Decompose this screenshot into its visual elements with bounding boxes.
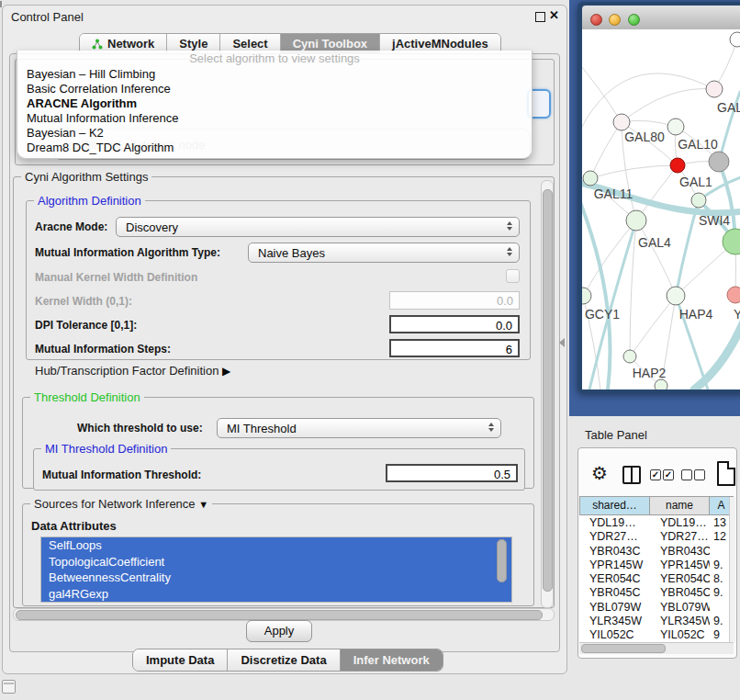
list-scrollbar-thumb[interactable] (497, 539, 507, 582)
kernel-width-field[interactable]: 0.0 (389, 291, 520, 310)
table-horizontal-scrollbar-thumb[interactable] (581, 644, 666, 653)
data-attributes-list[interactable]: SelfLoopsTopologicalCoefficientBetweenne… (40, 536, 512, 603)
apply-button[interactable]: Apply (246, 620, 312, 642)
checked-checkbox-icon[interactable]: ✓ (663, 469, 674, 480)
close-icon[interactable]: ✕ (549, 8, 559, 22)
network-node-gal11[interactable] (583, 171, 598, 186)
network-edge[interactable] (582, 61, 622, 122)
network-edge[interactable] (636, 220, 676, 296)
table-vertical-scrollbar[interactable] (729, 497, 735, 642)
tab-infer-network[interactable]: Infer Network (341, 649, 443, 671)
hub-definition-label: Hub/Transcription Factor Definition (35, 364, 219, 378)
float-window-icon[interactable] (535, 12, 545, 22)
table-cell: YPR145W (650, 559, 710, 572)
hub-definition-toggle[interactable]: Hub/Transcription Factor Definition ▶ (35, 364, 230, 378)
table-row[interactable]: YLR345WYLR345W9. (579, 615, 734, 628)
splitter-collapse-arrow[interactable] (559, 338, 565, 347)
table-row[interactable]: YBL079WYBL079W (579, 601, 734, 615)
table-cell: YBR043C (650, 545, 710, 559)
network-edge[interactable] (590, 122, 622, 178)
table-row[interactable]: YDR27…YDR27…12 (579, 530, 734, 544)
attribute-list-item[interactable]: BetweennessCentrality (41, 570, 511, 586)
algorithm-dropdown-popup: Select algorithm to view settings Bayesi… (17, 51, 533, 159)
algorithm-definition-title: Algorithm Definition (34, 194, 145, 208)
algorithm-option[interactable]: Basic Correlation Inference (17, 82, 532, 96)
table-row[interactable]: YBR043CYBR043C (579, 545, 734, 559)
table-row[interactable]: YDL19…YDL19…13 (579, 516, 734, 530)
table-row[interactable]: YIL052CYIL052C9 (579, 628, 734, 642)
dpi-tolerance-field[interactable]: 0.0 (389, 315, 520, 333)
table-row[interactable]: YPR145WYPR145W9. (579, 559, 734, 572)
table-row[interactable]: YBR045CYBR045C9. (579, 586, 734, 600)
network-edge[interactable] (622, 88, 714, 122)
network-node-bottom-partial[interactable] (655, 379, 667, 390)
network-node-gcy1[interactable] (582, 288, 591, 304)
column-manager-icon[interactable] (622, 466, 641, 484)
network-node-gal80[interactable] (613, 114, 630, 130)
close-traffic-light-icon[interactable] (590, 14, 602, 26)
algorithm-option[interactable]: Dream8 DC_TDC Algorithm (17, 141, 532, 155)
network-node-gal7[interactable] (706, 81, 723, 97)
settings-horizontal-scrollbar-thumb[interactable] (16, 610, 543, 620)
document-icon[interactable] (717, 461, 735, 486)
network-node-gal10[interactable] (667, 119, 684, 135)
attribute-list-item[interactable]: gal4RGexp (41, 586, 511, 603)
mi-steps-field[interactable]: 6 (389, 339, 520, 357)
network-edge[interactable] (676, 200, 699, 296)
network-edge[interactable] (590, 165, 678, 178)
network-node-swi4[interactable] (691, 193, 706, 208)
network-node-hap2[interactable] (623, 350, 636, 363)
network-node-hap4[interactable] (667, 287, 685, 305)
unchecked-checkbox-icon[interactable] (681, 469, 692, 480)
screen-edge-artifact (0, 1, 2, 7)
mi-steps-label: Mutual Information Steps: (35, 343, 171, 356)
mi-threshold-field[interactable]: 0.5 (386, 464, 518, 482)
column-header-name[interactable]: name (650, 496, 710, 515)
table-cell: YBR045C (579, 586, 650, 600)
which-threshold-label: Which threshold to use: (77, 422, 203, 435)
column-header-shared-name[interactable]: shared… (579, 496, 650, 515)
settings-vertical-scrollbar-thumb[interactable] (543, 189, 553, 592)
network-canvas[interactable]: GAL7GAL80GAL10GAL1SWI4GAL11GAL4GCY1HAP4Y… (582, 29, 740, 390)
tab-discretize-data[interactable]: Discretize Data (228, 649, 340, 671)
attribute-list-item[interactable]: TopologicalCoefficient (41, 554, 511, 570)
mi-algorithm-type-select[interactable]: Naive Bayes (248, 243, 520, 263)
table-cell: YBR045C (650, 586, 710, 600)
network-node-gal4[interactable] (626, 210, 646, 231)
network-node-top-partial[interactable] (730, 32, 740, 47)
algorithm-option[interactable]: Bayesian – K2 (17, 126, 532, 141)
algorithm-option[interactable]: ARACNE Algorithm (17, 96, 532, 111)
aracne-mode-value: Discovery (126, 220, 178, 234)
table-cell: YLR345W (650, 615, 710, 628)
zoom-traffic-light-icon[interactable] (628, 14, 640, 26)
table-row[interactable]: YER054CYER054C8. (579, 572, 734, 586)
gear-icon[interactable]: ⚙ (591, 463, 608, 483)
aracne-mode-select[interactable]: Discovery (116, 217, 520, 237)
kernel-width-label: Kernel Width (0,1): (35, 295, 132, 308)
unchecked-checkbox-icon[interactable] (694, 469, 705, 480)
control-panel-title: Control Panel (11, 10, 84, 24)
tab-impute-data[interactable]: Impute Data (133, 649, 228, 671)
network-node-gray-node[interactable] (709, 152, 729, 172)
combo-stepper-icon (507, 247, 512, 256)
checked-checkbox-icon[interactable]: ✓ (650, 469, 661, 480)
minimize-traffic-light-icon[interactable] (609, 14, 621, 26)
minimized-panel-icon[interactable] (2, 680, 16, 694)
network-node-salmon-node[interactable] (727, 287, 740, 303)
network-window-titlebar[interactable] (582, 6, 740, 30)
algorithm-option[interactable]: Bayesian – Hill Climbing (17, 67, 532, 82)
attribute-list-item[interactable]: SelfLoops (41, 537, 511, 554)
which-threshold-select[interactable]: MI Threshold (217, 418, 501, 438)
network-node-gal1[interactable] (670, 158, 685, 173)
algorithm-option[interactable]: Mutual Information Inference (17, 111, 532, 126)
network-edge[interactable] (694, 322, 740, 390)
table-body: YDL19…YDL19…13YDR27…YDR27…12YBR043CYBR04… (579, 516, 734, 643)
table-cell: YBL079W (650, 601, 710, 615)
sources-group-title[interactable]: Sources for Network Inference ▼ (30, 497, 212, 511)
table-cell: YIL052C (650, 628, 710, 642)
node-label: HAP2 (633, 366, 667, 380)
manual-kernel-checkbox[interactable] (506, 269, 520, 283)
node-label: GAL1 (679, 175, 712, 189)
table-cell: YER054C (579, 572, 650, 586)
network-edge[interactable] (630, 296, 676, 356)
